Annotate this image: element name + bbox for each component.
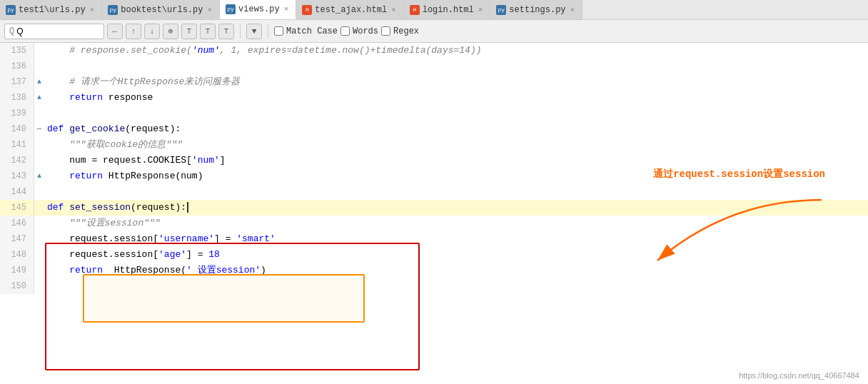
- line-number: 138: [0, 90, 34, 106]
- line-number: 144: [0, 184, 34, 200]
- line-content: return HttpResponse(' 设置session'): [44, 263, 868, 278]
- line-content: num = request.COOKIES['num']: [44, 153, 868, 168]
- line-number: 135: [0, 43, 34, 59]
- nav-down-btn[interactable]: ↓: [144, 24, 160, 39]
- nav-next-btn[interactable]: ↑: [126, 24, 141, 39]
- nav-btn7[interactable]: ⊤: [218, 24, 234, 39]
- line-content: [44, 106, 868, 121]
- line-number: 137: [0, 74, 34, 90]
- tab-booktest-urls[interactable]: py booktest\urls.py ×: [102, 0, 220, 19]
- line-content: request.session['age'] = 18: [44, 247, 868, 263]
- line-number: 143: [0, 168, 34, 184]
- code-line-135: 135 # response.set_cookie('num', 1, expi…: [0, 43, 868, 59]
- tab-close-btn[interactable]: ×: [390, 6, 398, 14]
- tab-settings[interactable]: py settings.py ×: [490, 0, 582, 19]
- words-checkbox[interactable]: [340, 26, 350, 36]
- match-case-option[interactable]: Match Case: [274, 26, 338, 36]
- line-number: 147: [0, 231, 34, 247]
- line-gutter: [34, 247, 44, 263]
- line-gutter: [34, 43, 44, 59]
- line-content: def get_cookie(request):: [44, 121, 868, 137]
- line-number: 148: [0, 247, 34, 263]
- line-number: 149: [0, 263, 34, 278]
- html-icon: H: [302, 5, 312, 15]
- tab-close-btn[interactable]: ×: [283, 5, 291, 14]
- line-content: [44, 59, 868, 74]
- match-case-label: Match Case: [286, 26, 338, 36]
- line-content: def set_session(request):: [44, 200, 868, 216]
- regex-option[interactable]: Regex: [381, 26, 419, 36]
- words-option[interactable]: Words: [340, 26, 378, 36]
- line-gutter: [34, 137, 44, 153]
- line-number: 145: [0, 200, 34, 216]
- code-line-142: 142 num = request.COOKIES['num']: [0, 153, 868, 168]
- line-gutter: [34, 153, 44, 168]
- line-gutter: [34, 59, 44, 74]
- line-gutter: ▲: [34, 74, 44, 90]
- code-area: 135 # response.set_cookie('num', 1, expi…: [0, 43, 868, 384]
- line-content: [44, 278, 868, 294]
- line-number: 140: [0, 121, 34, 137]
- code-line-141: 141 """获取cookie的信息""": [0, 137, 868, 153]
- tab-label: booktest\urls.py: [121, 5, 203, 15]
- tab-label: test_ajax.html: [315, 5, 387, 15]
- tab-close-btn[interactable]: ×: [206, 6, 213, 14]
- py-icon: py: [496, 5, 506, 15]
- line-gutter: [34, 106, 44, 121]
- line-gutter: [34, 263, 44, 278]
- tab-label: settings.py: [509, 5, 565, 15]
- tab-test1urls[interactable]: py test1\urls.py ×: [0, 0, 102, 19]
- search-input-wrap: Q: [4, 24, 104, 39]
- line-content: return response: [44, 90, 868, 106]
- search-bar: Q ← ↑ ↓ ⊕ ⊤ ⊤ ⊤ ▼ Match Case Words Regex: [0, 20, 868, 43]
- code-line-139: 139: [0, 106, 868, 121]
- match-case-checkbox[interactable]: [274, 26, 283, 36]
- line-gutter: ▲: [34, 90, 44, 106]
- search-separator2: [268, 24, 268, 39]
- line-content: # 请求一个HttpResponse来访问服务器: [44, 74, 868, 90]
- line-gutter: [34, 231, 44, 247]
- line-number: 136: [0, 59, 34, 74]
- line-number: 139: [0, 106, 34, 121]
- search-separator: [240, 24, 241, 39]
- line-content: [44, 184, 868, 200]
- tab-label: views.py: [238, 4, 280, 14]
- nav-btn6[interactable]: ⊤: [200, 24, 216, 39]
- filter-icon[interactable]: ▼: [246, 24, 262, 39]
- line-gutter: [34, 216, 44, 231]
- tab-bar: py test1\urls.py × py booktest\urls.py ×…: [0, 0, 868, 20]
- tab-label: login.html: [423, 5, 474, 15]
- tab-test-ajax[interactable]: H test_ajax.html ×: [296, 0, 403, 19]
- words-label: Words: [353, 26, 378, 36]
- html-icon: H: [410, 5, 420, 15]
- search-input[interactable]: [16, 26, 95, 36]
- code-line-137: 137 ▲ # 请求一个HttpResponse来访问服务器: [0, 74, 868, 90]
- code-line-147: 147 request.session['username'] = 'smart…: [0, 231, 868, 247]
- tab-close-btn[interactable]: ×: [89, 6, 96, 14]
- code-line-136: 136: [0, 59, 868, 74]
- py-icon: py: [108, 5, 118, 15]
- nav-prev-btn[interactable]: ←: [107, 24, 123, 39]
- tab-login[interactable]: H login.html ×: [404, 0, 491, 19]
- code-line-140: 140 − def get_cookie(request):: [0, 121, 868, 137]
- code-line-144: 144: [0, 184, 868, 200]
- line-number: 141: [0, 137, 34, 153]
- line-gutter: ▲: [34, 168, 44, 184]
- code-line-145: 145 def set_session(request):: [0, 200, 868, 216]
- code-line-146: 146 """设置session""": [0, 216, 868, 231]
- nav-btn5[interactable]: ⊤: [181, 24, 197, 39]
- line-content: """设置session""": [44, 216, 868, 231]
- line-content: request.session['username'] = 'smart': [44, 231, 868, 247]
- regex-checkbox[interactable]: [381, 26, 390, 36]
- py-icon: py: [6, 5, 16, 15]
- tab-close-btn[interactable]: ×: [569, 6, 577, 14]
- tab-close-btn[interactable]: ×: [477, 6, 485, 14]
- py-icon: py: [226, 4, 236, 14]
- line-gutter: [34, 278, 44, 294]
- tab-views[interactable]: py views.py ×: [220, 0, 296, 19]
- annotation-text: 通过request.session设置session: [653, 168, 825, 181]
- search-magnifier-icon: Q: [9, 26, 14, 36]
- regex-label: Regex: [393, 26, 419, 36]
- close-search-btn[interactable]: ⊕: [163, 24, 178, 39]
- line-gutter: [34, 200, 44, 216]
